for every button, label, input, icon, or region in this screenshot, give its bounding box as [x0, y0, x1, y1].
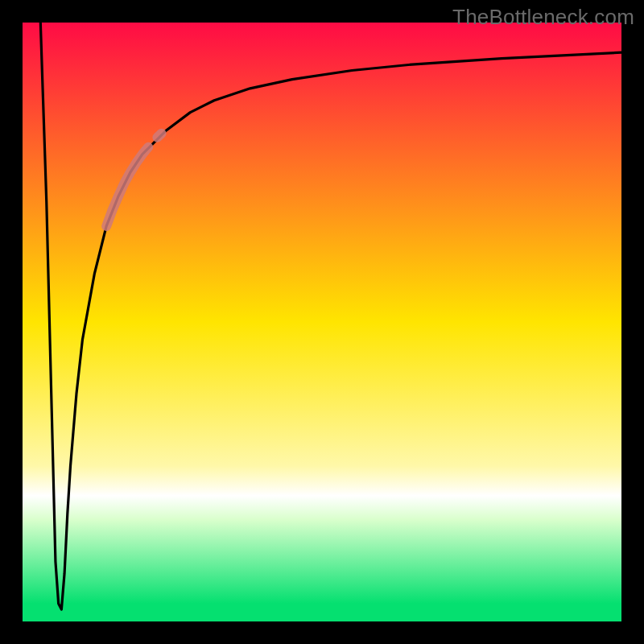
- highlight-dot: [157, 134, 161, 138]
- bottleneck-chart: [0, 0, 644, 644]
- chart-stage: TheBottleneck.com: [0, 0, 644, 644]
- watermark-text: TheBottleneck.com: [452, 5, 634, 30]
- plot-background: [23, 23, 621, 621]
